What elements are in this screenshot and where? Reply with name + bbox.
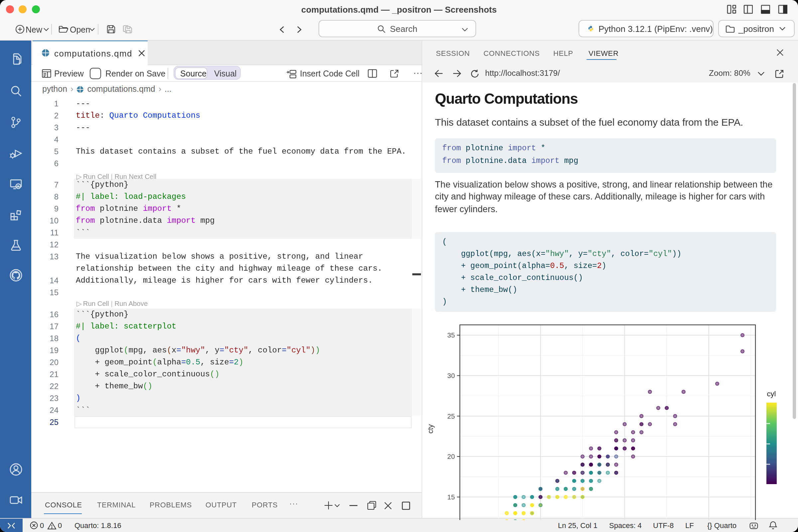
- svg-text:15: 15: [447, 493, 455, 501]
- svg-text:30: 30: [447, 372, 455, 379]
- svg-text:cyl: cyl: [767, 390, 776, 398]
- svg-text:35: 35: [447, 331, 455, 339]
- svg-text:cty: cty: [426, 424, 435, 434]
- svg-text:25: 25: [447, 413, 455, 420]
- svg-text:20: 20: [447, 453, 455, 460]
